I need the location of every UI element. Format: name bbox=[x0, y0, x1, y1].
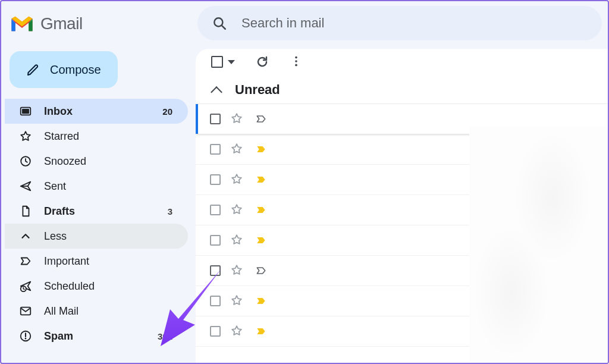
clock-icon bbox=[19, 155, 32, 168]
sidebar-nav: Inbox20StarredSnoozedSentDrafts3LessImpo… bbox=[5, 99, 188, 349]
sidebar-item-spam[interactable]: Spam362 bbox=[5, 324, 188, 349]
importance-marker-icon[interactable] bbox=[254, 295, 269, 307]
brand-name: Gmail bbox=[40, 14, 83, 33]
star-icon[interactable] bbox=[230, 324, 244, 338]
row-checkbox[interactable] bbox=[210, 205, 221, 215]
section-header[interactable]: Unread bbox=[196, 74, 608, 103]
toolbar bbox=[196, 49, 608, 74]
compose-button[interactable]: Compose bbox=[10, 51, 118, 88]
section-label: Unread bbox=[235, 82, 280, 98]
star-icon[interactable] bbox=[230, 112, 244, 126]
sidebar-item-count: 3 bbox=[168, 206, 172, 216]
scheduled-icon bbox=[19, 280, 32, 293]
search-icon[interactable] bbox=[212, 15, 227, 31]
star-icon[interactable] bbox=[230, 263, 244, 278]
row-checkbox[interactable] bbox=[210, 326, 221, 337]
inbox-icon bbox=[19, 105, 32, 118]
star-icon[interactable] bbox=[230, 172, 244, 187]
importance-marker-icon[interactable] bbox=[254, 325, 269, 337]
spam-icon bbox=[19, 330, 32, 343]
sidebar-item-inbox[interactable]: Inbox20 bbox=[5, 99, 188, 124]
sidebar-item-sent[interactable]: Sent bbox=[5, 174, 188, 199]
row-checkbox[interactable] bbox=[210, 144, 221, 155]
importance-marker-icon[interactable] bbox=[254, 204, 269, 216]
row-checkbox[interactable] bbox=[210, 235, 221, 246]
more-menu-button[interactable] bbox=[290, 55, 304, 69]
compose-label: Compose bbox=[50, 63, 101, 77]
star-icon bbox=[19, 130, 32, 143]
importance-marker-icon[interactable] bbox=[254, 265, 269, 277]
mail-panel: Unread bbox=[196, 49, 608, 363]
sidebar-item-snoozed[interactable]: Snoozed bbox=[5, 149, 188, 174]
sidebar-item-count: 362 bbox=[158, 331, 172, 341]
sidebar-item-label: Starred bbox=[44, 130, 172, 143]
importance-marker-icon[interactable] bbox=[254, 234, 269, 246]
sidebar-item-label: Spam bbox=[44, 330, 146, 343]
sidebar-item-count: 20 bbox=[162, 106, 172, 117]
star-icon[interactable] bbox=[230, 203, 244, 217]
sidebar-item-label: Scheduled bbox=[44, 280, 172, 293]
importance-marker-icon[interactable] bbox=[254, 113, 269, 125]
sidebar-item-label: Snoozed bbox=[44, 155, 172, 168]
sidebar-item-label: Sent bbox=[44, 180, 172, 193]
sidebar-item-label: Less bbox=[44, 230, 172, 243]
sidebar-item-label: Inbox bbox=[44, 105, 150, 118]
search-bar[interactable] bbox=[197, 6, 602, 40]
row-checkbox[interactable] bbox=[210, 296, 221, 306]
sidebar-item-starred[interactable]: Starred bbox=[5, 124, 188, 149]
file-icon bbox=[19, 205, 32, 218]
star-icon[interactable] bbox=[230, 294, 244, 308]
checkbox-icon bbox=[211, 56, 223, 68]
sidebar-item-all-mail[interactable]: All Mail bbox=[5, 299, 188, 324]
sidebar-item-label: All Mail bbox=[44, 305, 172, 318]
sidebar-item-less[interactable]: Less bbox=[5, 224, 188, 249]
search-input[interactable] bbox=[240, 15, 588, 32]
star-icon[interactable] bbox=[230, 142, 244, 156]
gmail-logo-icon bbox=[10, 14, 34, 33]
brand-area: Gmail bbox=[10, 10, 83, 38]
sidebar-item-important[interactable]: Important bbox=[5, 249, 188, 274]
sidebar-item-scheduled[interactable]: Scheduled bbox=[5, 274, 188, 299]
row-checkbox[interactable] bbox=[210, 114, 221, 124]
blurred-content bbox=[469, 126, 608, 363]
pen-icon bbox=[26, 62, 40, 77]
sidebar-item-label: Important bbox=[44, 255, 172, 268]
refresh-button[interactable] bbox=[255, 55, 269, 69]
sidebar: Compose Inbox20StarredSnoozedSentDrafts3… bbox=[5, 51, 188, 349]
tag-icon bbox=[19, 255, 32, 268]
chevron-up-icon bbox=[19, 230, 32, 243]
star-icon[interactable] bbox=[230, 233, 244, 247]
importance-marker-icon[interactable] bbox=[254, 174, 269, 186]
chevron-down-icon[interactable] bbox=[228, 60, 235, 64]
row-checkbox[interactable] bbox=[210, 265, 221, 276]
chevron-up-icon bbox=[211, 86, 224, 94]
select-all-checkbox[interactable] bbox=[211, 56, 235, 68]
row-checkbox[interactable] bbox=[210, 174, 221, 185]
send-icon bbox=[19, 180, 32, 193]
sidebar-item-drafts[interactable]: Drafts3 bbox=[5, 199, 188, 224]
sidebar-item-label: Drafts bbox=[44, 205, 156, 218]
importance-marker-icon[interactable] bbox=[254, 143, 269, 155]
mail-icon bbox=[19, 305, 32, 318]
